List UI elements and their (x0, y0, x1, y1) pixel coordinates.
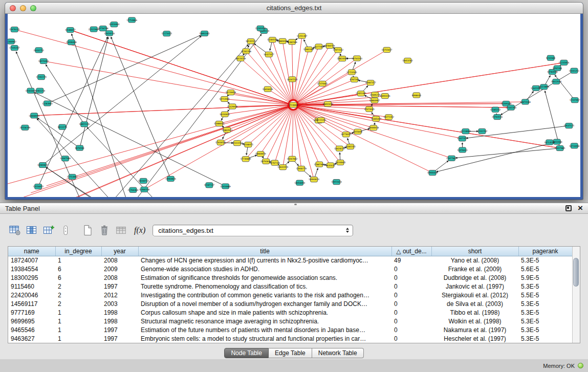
column-header-in-degree[interactable]: in_degree (55, 247, 101, 256)
tab-network-table[interactable]: Network Table (312, 348, 364, 358)
show-columns-icon[interactable] (25, 223, 39, 237)
graph-node[interactable]: 19053582 (402, 58, 413, 63)
graph-node[interactable]: 14168471 (243, 142, 254, 147)
graph-node[interactable]: 16203091 (220, 112, 230, 117)
graph-node[interactable]: 13860997 (369, 98, 380, 103)
graph-node[interactable]: 22753097 (67, 174, 78, 179)
graph-node[interactable]: 13940779 (296, 166, 307, 171)
table-scrollbar[interactable] (572, 247, 580, 343)
graph-node[interactable]: 12241702 (477, 128, 488, 134)
graph-node[interactable]: 9998633 (412, 93, 421, 98)
graph-node[interactable]: 14366558 (139, 187, 150, 192)
graph-node[interactable]: 17754866 (126, 17, 137, 23)
graph-node[interactable]: 17242279 (36, 75, 47, 80)
graph-node[interactable]: 21977842 (446, 156, 457, 161)
graph-node[interactable]: 9070590 (75, 145, 84, 150)
graph-node[interactable]: 9011270 (58, 124, 67, 129)
graph-node[interactable]: 11627473 (457, 136, 468, 141)
graph-node[interactable]: 15476135 (9, 27, 20, 32)
graph-node[interactable]: 15185232 (490, 107, 501, 112)
graph-node[interactable]: 20432751 (34, 48, 45, 53)
delete-columns-icon[interactable] (58, 223, 73, 237)
graph-node[interactable]: 15304548 (267, 37, 278, 42)
graph-node[interactable]: 22637125 (563, 123, 574, 128)
table-row[interactable]: 969969511998Structural magnetic resonanc… (8, 317, 572, 325)
network-graph-canvas[interactable]: 1641924917262206165323121642707715304548… (8, 14, 580, 197)
column-header-out-de-[interactable]: △ out_de... (391, 247, 431, 256)
graph-node[interactable]: 10187137 (204, 183, 215, 188)
graph-node[interactable]: 12147097 (570, 98, 580, 103)
graph-node[interactable]: 11251397 (297, 33, 308, 38)
tab-edge-table[interactable]: Edge Table (269, 348, 312, 358)
window-titlebar[interactable]: citations_edges.txt (5, 3, 583, 14)
graph-node[interactable]: 20436008 (66, 40, 77, 45)
graph-node[interactable]: 20484018 (368, 125, 379, 130)
graph-node[interactable]: 19022934 (551, 79, 561, 84)
table-row[interactable]: 911546021997Tourette syndrome. Phenomeno… (8, 282, 572, 291)
graph-node[interactable]: 22122257 (232, 141, 243, 146)
graph-node[interactable]: 12865489 (303, 47, 314, 52)
graph-node[interactable]: 22118065 (461, 129, 471, 134)
graph-node[interactable]: 10186877 (65, 27, 76, 32)
graph-node[interactable]: 19756708 (98, 26, 108, 31)
table-row[interactable]: 1456911722003Disruption of a novel membe… (8, 299, 572, 308)
import-table-icon[interactable] (114, 223, 128, 237)
graph-node[interactable]: 9787269 (350, 77, 359, 82)
graph-node[interactable]: 15476631 (457, 147, 468, 152)
graph-node[interactable]: 16028119 (334, 146, 345, 151)
graph-node[interactable]: 9292346 (553, 65, 562, 71)
graph-node[interactable]: 14271342 (383, 115, 394, 120)
table-row[interactable]: 1872400712008Changes of HCN gene express… (8, 256, 572, 265)
table-select-dropdown[interactable]: citations_edges.txt (153, 225, 353, 236)
graph-node[interactable]: 11005057 (371, 116, 382, 121)
column-header-short[interactable]: short (431, 247, 518, 256)
graph-node[interactable]: 18548713 (138, 178, 149, 183)
graph-node[interactable]: 18456090 (294, 180, 305, 185)
graph-node[interactable]: 18855126 (79, 122, 90, 127)
graph-node[interactable]: 11306962 (8, 39, 16, 44)
graph-node[interactable]: 15017885 (555, 145, 565, 150)
column-header-title[interactable]: title (138, 247, 391, 256)
tab-node-table[interactable]: Node Table (224, 348, 269, 358)
graph-node[interactable]: 17105788 (506, 105, 516, 110)
zoom-window-button[interactable] (30, 5, 36, 11)
graph-node[interactable]: 22687377 (365, 80, 376, 85)
table-row[interactable]: 946554611997Estimation of the future num… (8, 325, 572, 334)
column-header-pagerank[interactable]: pagerank (518, 247, 572, 256)
table-row[interactable]: 977716911998Corpus callosum shape and si… (8, 308, 572, 317)
table-panel-header[interactable]: Table Panel × (0, 203, 588, 214)
graph-node[interactable]: 12020516 (104, 31, 115, 36)
graph-node[interactable]: 19632459 (277, 165, 288, 170)
graph-node[interactable]: 17345207 (9, 46, 20, 51)
function-builder-icon[interactable]: f(x) (134, 226, 145, 235)
graph-node[interactable]: 20819505 (337, 56, 348, 61)
graph-node[interactable]: 10891050 (322, 101, 333, 106)
graph-node[interactable]: 9355830 (353, 129, 362, 134)
graph-node[interactable]: 17887096 (314, 162, 325, 167)
graph-node[interactable]: 18576301 (38, 58, 49, 63)
graph-node[interactable]: 10359464 (109, 22, 120, 27)
graph-node[interactable]: 1724094 (289, 102, 298, 107)
table-row[interactable]: 946362711997Embryonic stem cells: a mode… (8, 334, 572, 343)
new-column-icon[interactable] (41, 223, 56, 237)
graph-node[interactable]: 15818429 (263, 86, 273, 92)
close-panel-icon[interactable]: × (578, 205, 583, 211)
graph-node[interactable]: 20558199 (20, 125, 31, 130)
graph-node[interactable]: 11235956 (559, 60, 570, 65)
new-row-icon[interactable] (80, 223, 95, 237)
graph-node[interactable]: 10660070 (255, 151, 266, 157)
graph-node[interactable]: 14713981 (219, 96, 230, 101)
graph-node[interactable]: 13156055 (33, 184, 43, 189)
graph-node[interactable]: 20704556 (492, 114, 503, 119)
graph-node[interactable]: 14277485 (314, 44, 324, 49)
table-mode-icon[interactable] (8, 223, 22, 237)
graph-node[interactable]: 17073405 (364, 106, 375, 112)
graph-node[interactable]: 18101251 (569, 68, 580, 73)
graph-node[interactable]: 15088025 (214, 121, 225, 126)
table-scrollbar-thumb[interactable] (573, 258, 579, 287)
column-header-year[interactable]: year (101, 247, 138, 256)
table-row[interactable]: 2242004622012Investigating the contribut… (8, 291, 572, 299)
graph-node[interactable]: 16755037 (382, 47, 393, 52)
graph-node[interactable]: 10244605 (335, 160, 346, 165)
delete-rows-icon[interactable] (97, 223, 112, 237)
